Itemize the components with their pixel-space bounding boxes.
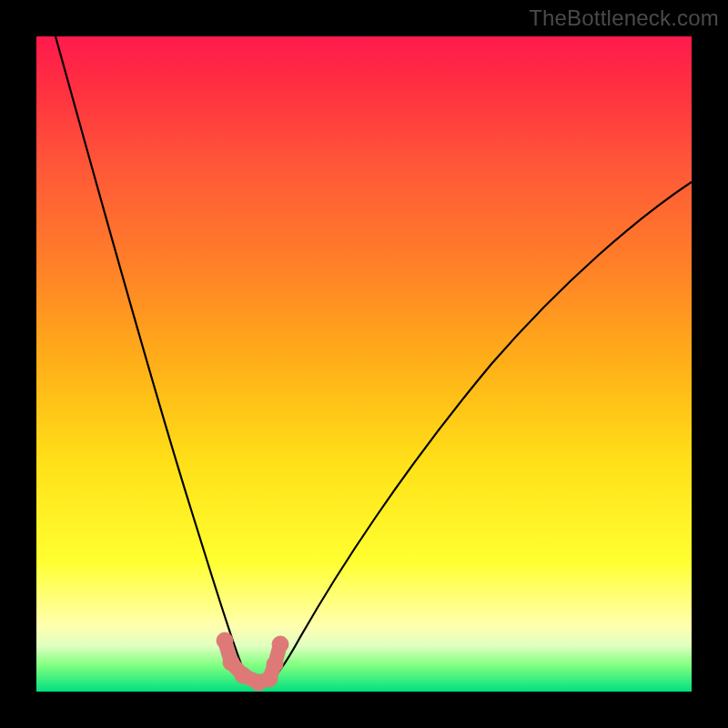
- plot-area: [36, 36, 692, 692]
- watermark-text: TheBottleneck.com: [529, 5, 719, 31]
- curve-left-branch: [56, 36, 258, 687]
- scatter-dot: [223, 654, 239, 671]
- chart-frame: TheBottleneck.com: [0, 0, 728, 728]
- scatter-dot: [272, 636, 288, 652]
- scatter-dot: [261, 671, 278, 687]
- curve-right-branch: [258, 182, 692, 687]
- bottleneck-curve-svg: [36, 36, 692, 692]
- scatter-dot: [235, 667, 251, 683]
- scatter-dot: [267, 656, 283, 672]
- scatter-dot: [217, 632, 233, 649]
